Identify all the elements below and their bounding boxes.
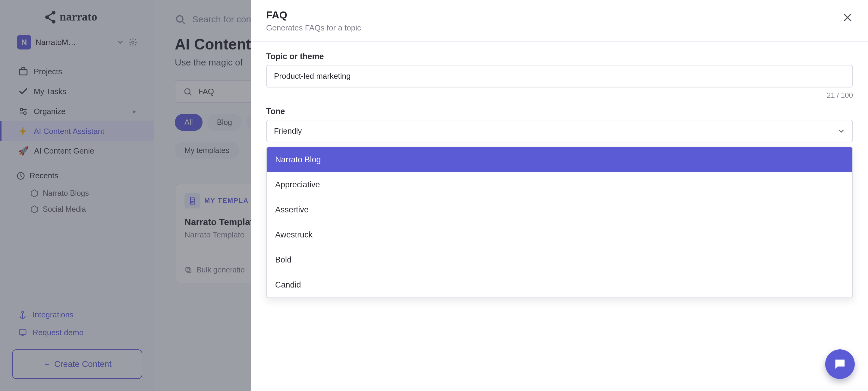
tone-option[interactable]: Appreciative: [267, 172, 852, 197]
tone-option[interactable]: Candid: [267, 273, 852, 298]
tone-select[interactable]: Friendly: [266, 120, 853, 142]
faq-panel: FAQ Generates FAQs for a topic Topic or …: [251, 0, 868, 391]
close-button[interactable]: [842, 12, 853, 23]
panel-header: FAQ Generates FAQs for a topic: [251, 0, 868, 41]
modal-overlay[interactable]: FAQ Generates FAQs for a topic Topic or …: [0, 0, 868, 391]
panel-body: Topic or theme 21 / 100 Tone Friendly Na…: [251, 41, 868, 308]
topic-input[interactable]: [266, 65, 853, 87]
tone-option[interactable]: Assertive: [267, 197, 852, 222]
topic-label: Topic or theme: [266, 52, 853, 61]
close-icon: [842, 12, 853, 23]
chat-icon: [833, 357, 847, 371]
topic-char-counter: 21 / 100: [266, 91, 853, 100]
tone-option[interactable]: Awestruck: [267, 222, 852, 247]
panel-title: FAQ: [266, 9, 853, 21]
tone-selected-value: Friendly: [274, 127, 302, 136]
chevron-down-icon: [837, 127, 845, 135]
tone-dropdown: Narrato Blog Appreciative Assertive Awes…: [266, 147, 853, 298]
tone-option[interactable]: Narrato Blog: [267, 147, 852, 172]
tone-option[interactable]: Bold: [267, 247, 852, 273]
panel-subtitle: Generates FAQs for a topic: [266, 23, 853, 33]
chat-fab[interactable]: [825, 350, 855, 379]
tone-label: Tone: [266, 107, 853, 116]
